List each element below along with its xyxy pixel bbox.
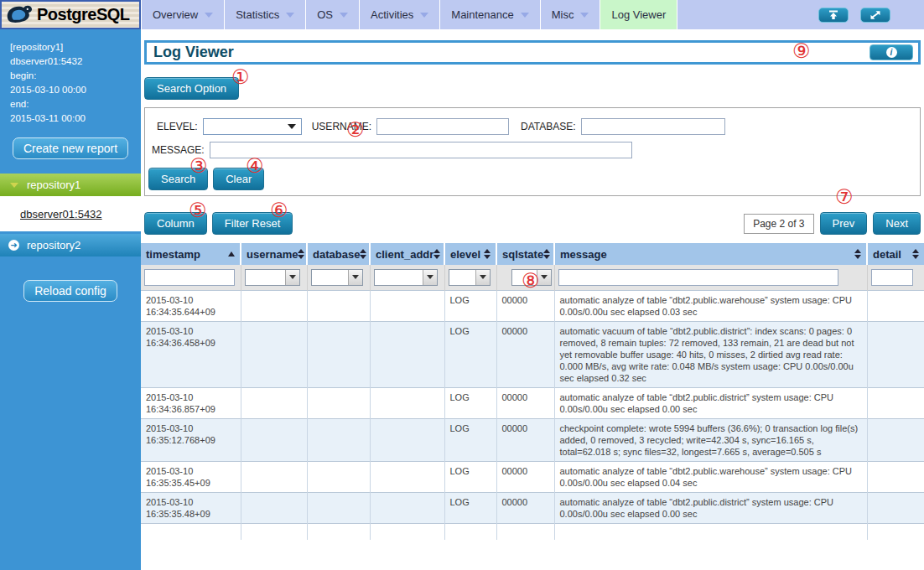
message-field[interactable] xyxy=(210,142,632,158)
col-header-timestamp[interactable]: timestamp xyxy=(141,243,241,265)
chevron-down-icon xyxy=(475,270,490,285)
search-actions: Search Clear xyxy=(148,168,264,190)
tab-label: Misc xyxy=(552,8,574,21)
tab-overview[interactable]: Overview xyxy=(141,0,225,29)
table-row[interactable]: 2015-03-10 16:34:35.644+09 LOG 00000 aut… xyxy=(141,290,924,321)
postgresql-logo: PostgreSQL xyxy=(0,0,141,29)
tab-label: Overview xyxy=(153,8,198,21)
filter-username-select[interactable] xyxy=(245,269,300,286)
column-button[interactable]: Column xyxy=(144,212,207,235)
reload-config-button[interactable]: Reload config xyxy=(23,280,117,302)
chevron-down-icon xyxy=(580,13,589,18)
triangle-down-icon xyxy=(10,183,18,188)
begin-label: begin: xyxy=(10,69,141,83)
sidebar: [repository1] dbserver01:5432 begin: 201… xyxy=(0,29,141,570)
chevron-down-icon xyxy=(521,13,529,18)
elephant-logo-icon xyxy=(5,2,34,28)
chevron-down-icon xyxy=(286,13,294,18)
repository2-header[interactable]: ➜ repository2 xyxy=(0,234,141,256)
info-button[interactable]: i xyxy=(869,44,913,60)
chevron-down-icon xyxy=(205,13,213,18)
table-row-partial[interactable] xyxy=(141,523,924,540)
filter-detail-input[interactable] xyxy=(871,269,913,286)
filter-reset-button[interactable]: Filter Reset xyxy=(212,212,293,235)
tab-statistics[interactable]: Statistics xyxy=(225,0,306,29)
filter-message-input[interactable] xyxy=(558,269,838,286)
tab-os[interactable]: OS xyxy=(306,0,360,29)
table-toolbar: Column Filter Reset Page 2 of 3 Prev Nex… xyxy=(144,212,921,235)
sort-icon xyxy=(543,249,550,259)
sort-asc-icon xyxy=(228,251,235,256)
col-header-client-addr[interactable]: client_addr xyxy=(370,243,444,265)
col-header-elevel[interactable]: elevel xyxy=(444,243,496,265)
sort-icon xyxy=(484,249,491,259)
col-header-sqlstate[interactable]: sqlstate xyxy=(496,243,554,265)
filter-timestamp-input[interactable] xyxy=(144,269,235,286)
nav-tabs: Overview Statistics OS Activities Mainte… xyxy=(141,0,677,29)
filter-client-addr-select[interactable] xyxy=(374,269,438,286)
top-nav: PostgreSQL Overview Statistics OS Activi… xyxy=(0,0,924,29)
next-button[interactable]: Next xyxy=(873,212,921,235)
table-row[interactable]: 2015-03-10 16:34:36.458+09 LOG 00000 aut… xyxy=(141,321,924,387)
tab-activities[interactable]: Activities xyxy=(360,0,440,29)
page-title-bar: Log Viewer i xyxy=(144,40,921,65)
page-title: Log Viewer xyxy=(153,44,234,61)
tab-misc[interactable]: Misc xyxy=(541,0,601,29)
table-row[interactable]: 2015-03-10 16:34:36.857+09 LOG 00000 aut… xyxy=(141,387,924,418)
repository1-panel: dbserver01:5432 xyxy=(0,196,141,231)
col-header-username[interactable]: username xyxy=(241,243,307,265)
end-label: end: xyxy=(10,97,141,111)
tab-label: Activities xyxy=(371,8,413,21)
end-datetime: 2015-03-11 00:00 xyxy=(10,111,141,126)
arrow-right-circle-icon: ➜ xyxy=(8,240,19,251)
pagination: Page 2 of 3 Prev Next xyxy=(744,212,921,235)
sort-icon xyxy=(298,249,304,259)
repository1-header[interactable]: repository1 xyxy=(0,174,141,196)
col-label: message xyxy=(560,248,607,261)
info-icon: i xyxy=(886,47,897,58)
table-row[interactable]: 2015-03-10 16:35:35.48+09 LOG 00000 auto… xyxy=(141,492,924,523)
logo-text: PostgreSQL xyxy=(37,5,130,24)
reload-config-wrap: Reload config xyxy=(0,280,141,302)
table-header-row: timestamp username database client_addr … xyxy=(141,243,924,265)
elevel-select[interactable] xyxy=(203,118,302,135)
chevron-down-icon xyxy=(285,270,299,285)
col-label: detail xyxy=(873,248,901,261)
scroll-top-button[interactable] xyxy=(818,8,849,23)
col-header-detail[interactable]: detail xyxy=(867,243,924,265)
prev-button[interactable]: Prev xyxy=(820,212,868,235)
search-button[interactable]: Search xyxy=(148,168,208,190)
tab-maintenance[interactable]: Maintenance xyxy=(440,0,540,29)
sort-icon xyxy=(854,249,861,259)
chevron-down-icon xyxy=(423,270,437,285)
clear-button[interactable]: Clear xyxy=(213,168,264,190)
filter-database-select[interactable] xyxy=(311,269,363,286)
chevron-down-icon xyxy=(537,270,551,285)
tab-label: OS xyxy=(317,8,333,21)
col-header-database[interactable]: database xyxy=(307,243,370,265)
database-field[interactable] xyxy=(581,118,725,135)
sort-icon xyxy=(360,249,366,259)
username-field[interactable] xyxy=(376,118,509,135)
elevel-label: ELEVEL: xyxy=(157,121,198,132)
search-option-button[interactable]: Search Option xyxy=(144,77,239,100)
create-new-report-button[interactable]: Create new report xyxy=(13,137,128,159)
chevron-down-icon xyxy=(420,13,428,18)
begin-datetime: 2015-03-10 00:00 xyxy=(10,83,141,97)
username-label: USERNAME: xyxy=(312,121,371,132)
sort-icon xyxy=(433,249,440,259)
tab-label: Maintenance xyxy=(451,8,513,21)
chevron-down-icon xyxy=(288,124,296,129)
chevron-down-icon xyxy=(340,13,348,18)
filter-elevel-select[interactable] xyxy=(449,269,491,286)
repository2-label: repository2 xyxy=(27,239,80,251)
col-header-message[interactable]: message xyxy=(554,243,867,265)
filter-sqlstate-select[interactable] xyxy=(511,269,552,286)
expand-button[interactable] xyxy=(860,8,890,23)
server-link[interactable]: dbserver01:5432 xyxy=(20,208,102,220)
tab-label: Log Viewer xyxy=(611,8,666,21)
table-row[interactable]: 2015-03-10 16:35:12.768+09 LOG 00000 che… xyxy=(141,418,924,461)
table-row[interactable]: 2015-03-10 16:35:35.45+09 LOG 00000 auto… xyxy=(141,461,924,492)
tab-log-viewer[interactable]: Log Viewer xyxy=(600,0,677,29)
col-label: database xyxy=(313,248,360,261)
